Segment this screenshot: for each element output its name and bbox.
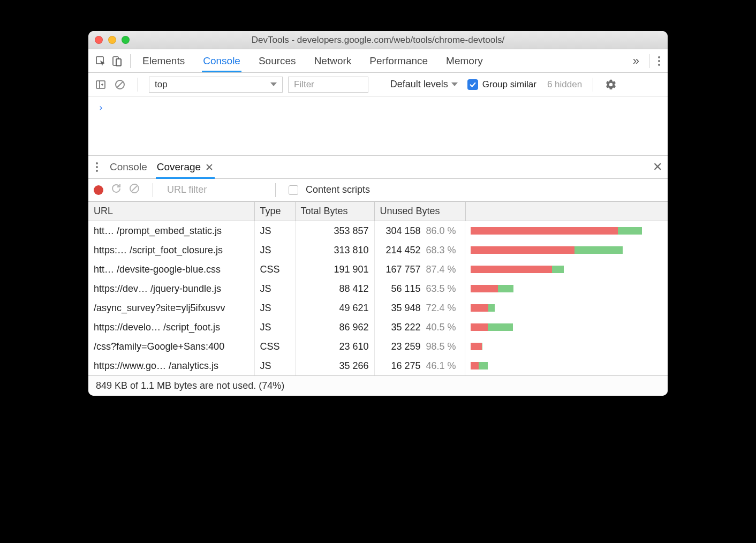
checkbox-checked-icon bbox=[467, 79, 478, 90]
group-similar-toggle[interactable]: Group similar bbox=[467, 79, 536, 90]
cell-total-bytes: 191 901 bbox=[295, 260, 374, 279]
bar-used bbox=[498, 285, 513, 292]
tab-network[interactable]: Network bbox=[314, 50, 352, 72]
coverage-row[interactable]: /css?family=Google+Sans:400CSS23 61023 2… bbox=[88, 337, 668, 356]
devtools-menu-icon[interactable] bbox=[655, 56, 663, 66]
col-header-bar bbox=[465, 202, 668, 221]
drawer-tab-label: Coverage bbox=[157, 161, 201, 173]
close-tab-icon[interactable]: ✕ bbox=[205, 161, 214, 174]
traffic-lights bbox=[95, 36, 130, 44]
bar-unused bbox=[471, 285, 498, 292]
cell-type: JS bbox=[254, 298, 295, 318]
drawer-tab-console[interactable]: Console bbox=[110, 156, 147, 178]
coverage-row[interactable]: https://dev… /jquery-bundle.jsJS88 41256… bbox=[88, 279, 668, 298]
bar-unused bbox=[471, 266, 552, 273]
separator bbox=[649, 54, 649, 68]
cell-total-bytes: 313 810 bbox=[295, 240, 374, 260]
col-header-url[interactable]: URL bbox=[88, 202, 254, 221]
separator bbox=[153, 183, 153, 197]
coverage-row[interactable]: https://www.go… /analytics.jsJS35 26616 … bbox=[88, 356, 668, 375]
hidden-count[interactable]: 6 hidden bbox=[547, 79, 582, 90]
clear-coverage-icon[interactable] bbox=[129, 183, 140, 197]
cell-url: htt… /devsite-google-blue.css bbox=[88, 260, 254, 279]
reload-icon[interactable] bbox=[111, 183, 122, 197]
drawer-tab-coverage[interactable]: Coverage ✕ bbox=[157, 156, 214, 178]
coverage-row[interactable]: /async_survey?site=ylj5ifxusvvJS49 62135… bbox=[88, 298, 668, 318]
cell-total-bytes: 353 857 bbox=[295, 221, 374, 241]
console-settings-icon[interactable] bbox=[604, 78, 618, 92]
device-toolbar-icon[interactable] bbox=[109, 53, 125, 69]
content-scripts-checkbox[interactable] bbox=[289, 185, 298, 195]
drawer-close-icon[interactable]: ✕ bbox=[653, 160, 662, 174]
col-header-total[interactable]: Total Bytes bbox=[295, 202, 374, 221]
bar-used bbox=[479, 362, 488, 369]
bar-unused bbox=[471, 362, 479, 369]
window-title: DevTools - developers.google.com/web/too… bbox=[88, 35, 668, 46]
drawer-menu-icon[interactable] bbox=[94, 162, 100, 172]
content-scripts-label: Content scripts bbox=[306, 184, 370, 195]
cell-type: CSS bbox=[254, 260, 295, 279]
tab-console[interactable]: Console bbox=[203, 50, 240, 72]
cell-type: JS bbox=[254, 356, 295, 375]
log-levels-select[interactable]: Default levels bbox=[390, 79, 458, 90]
cell-url: https://dev… /jquery-bundle.js bbox=[88, 279, 254, 298]
svg-rect-2 bbox=[116, 59, 121, 66]
console-body[interactable]: › bbox=[88, 96, 668, 155]
console-sidebar-toggle-icon[interactable] bbox=[94, 78, 108, 92]
cell-usage-bar bbox=[465, 318, 668, 337]
cell-usage-bar bbox=[465, 337, 668, 356]
cell-total-bytes: 35 266 bbox=[295, 356, 374, 375]
log-levels-label: Default levels bbox=[390, 79, 448, 90]
record-button[interactable] bbox=[94, 185, 103, 195]
cell-usage-bar bbox=[465, 221, 668, 241]
tab-sources[interactable]: Sources bbox=[259, 50, 296, 72]
coverage-row[interactable]: https:… /script_foot_closure.jsJS313 810… bbox=[88, 240, 668, 260]
cell-url: https://www.go… /analytics.js bbox=[88, 356, 254, 375]
cell-type: JS bbox=[254, 240, 295, 260]
minimize-window-button[interactable] bbox=[108, 36, 116, 44]
bar-unused bbox=[471, 227, 618, 235]
separator bbox=[593, 78, 593, 92]
console-filter-input[interactable] bbox=[288, 77, 368, 93]
chevron-down-icon bbox=[451, 82, 458, 86]
cell-usage-bar bbox=[465, 240, 668, 260]
coverage-row[interactable]: htt… /devsite-google-blue.cssCSS191 9011… bbox=[88, 260, 668, 279]
cell-total-bytes: 88 412 bbox=[295, 279, 374, 298]
chevron-down-icon bbox=[270, 82, 277, 86]
tab-performance[interactable]: Performance bbox=[369, 50, 428, 72]
bar-unused bbox=[471, 304, 488, 312]
coverage-header-row: URL Type Total Bytes Unused Bytes bbox=[88, 202, 668, 221]
close-window-button[interactable] bbox=[95, 36, 103, 44]
url-filter-input[interactable] bbox=[166, 182, 262, 198]
coverage-row[interactable]: https://develo… /script_foot.jsJS86 9623… bbox=[88, 318, 668, 337]
cell-unused-bytes: 35 94872.4 % bbox=[375, 298, 466, 318]
separator bbox=[275, 183, 276, 197]
inspect-element-icon[interactable] bbox=[93, 53, 109, 69]
cell-unused-bytes: 35 22240.5 % bbox=[375, 318, 466, 337]
cell-unused-bytes: 23 25998.5 % bbox=[375, 337, 466, 356]
col-header-unused[interactable]: Unused Bytes bbox=[374, 202, 465, 221]
coverage-toolbar: Content scripts bbox=[88, 179, 668, 201]
cell-url: https:… /script_foot_closure.js bbox=[88, 240, 254, 260]
execution-context-select[interactable]: top bbox=[149, 77, 283, 93]
group-similar-label: Group similar bbox=[482, 79, 536, 90]
clear-console-icon[interactable] bbox=[113, 78, 127, 92]
bar-used bbox=[488, 323, 513, 331]
separator bbox=[130, 54, 131, 68]
cell-unused-bytes: 214 45268.3 % bbox=[375, 240, 466, 260]
console-prompt-icon: › bbox=[98, 102, 104, 113]
tab-elements[interactable]: Elements bbox=[142, 50, 185, 72]
devtools-window: DevTools - developers.google.com/web/too… bbox=[88, 31, 668, 396]
more-tabs-icon[interactable]: » bbox=[629, 54, 644, 68]
cell-usage-bar bbox=[465, 298, 668, 318]
zoom-window-button[interactable] bbox=[122, 36, 130, 44]
cell-total-bytes: 49 621 bbox=[295, 298, 374, 318]
drawer-tab-label: Console bbox=[110, 161, 147, 173]
col-header-type[interactable]: Type bbox=[254, 202, 295, 221]
cell-url: https://develo… /script_foot.js bbox=[88, 318, 254, 337]
coverage-row[interactable]: htt… /prompt_embed_static.jsJS353 857304… bbox=[88, 221, 668, 241]
coverage-footer: 849 KB of 1.1 MB bytes are not used. (74… bbox=[88, 375, 668, 396]
cell-type: JS bbox=[254, 318, 295, 337]
cell-url: /async_survey?site=ylj5ifxusvv bbox=[88, 298, 254, 318]
tab-memory[interactable]: Memory bbox=[446, 50, 483, 72]
